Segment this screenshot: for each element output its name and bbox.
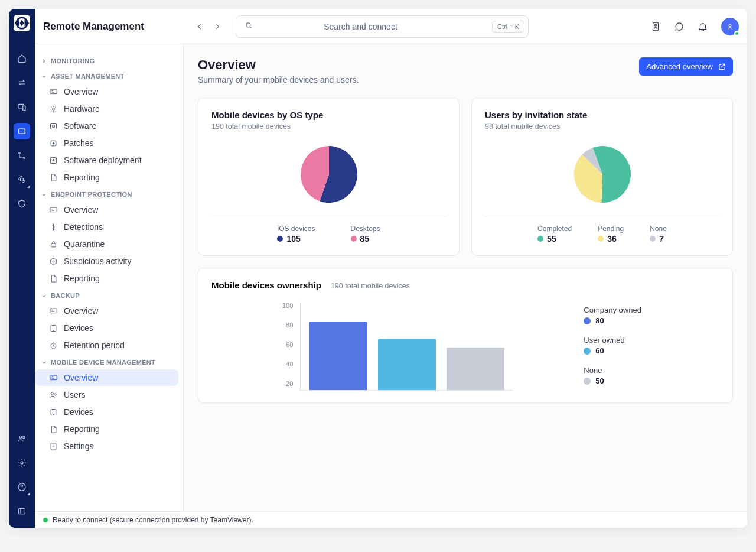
card-os-type: Mobile devices by OS type 190 total mobi… [198,98,460,256]
rail-transfer[interactable] [14,74,30,91]
svg-point-17 [53,108,55,110]
svg-point-7 [19,436,22,438]
topbar: Remote Management Search and connect Ctr… [35,9,747,44]
nav-overview[interactable]: Overview [35,303,178,319]
svg-rect-13 [653,22,659,31]
nav-reporting[interactable]: Reporting [35,421,178,437]
bar [378,339,436,390]
legend-item: Pending36 [598,225,624,243]
nav-icon [49,240,58,249]
svg-rect-11 [19,508,25,514]
nav-reporting[interactable]: Reporting [35,169,178,186]
group-asset-management[interactable]: ASSET MANAGEMENT [35,68,178,83]
chat-icon[interactable] [674,21,685,32]
bell-icon[interactable] [698,21,708,32]
nav-icon [49,307,58,316]
avatar[interactable] [721,18,739,35]
presence-dot [734,31,739,36]
svg-rect-21 [50,207,57,212]
group-monitoring[interactable]: MONITORING [35,53,178,68]
nav-software[interactable]: Software [35,118,178,134]
svg-point-5 [24,157,25,159]
legend-item: None7 [650,225,667,243]
nav-icon [49,374,58,382]
legend-item: Desktops85 [351,225,380,243]
nav-icon [49,442,58,451]
nav-back[interactable] [191,18,208,35]
bar [309,322,367,390]
rail-remote-mgmt[interactable] [14,123,30,139]
chevron-icon [41,73,47,80]
nav-overview[interactable]: Overview [35,369,178,386]
rail-help[interactable] [14,479,30,495]
bar-chart-ownership [300,302,513,391]
svg-rect-3 [19,129,25,134]
nav-icon [49,105,58,113]
nav-users[interactable]: Users [35,387,178,403]
status-bar: Ready to connect (secure connection prov… [35,511,747,528]
advanced-overview-button[interactable]: Advanced overview [639,57,733,76]
nav-icon [49,87,58,96]
svg-point-32 [53,446,54,447]
svg-point-8 [23,436,25,438]
nav-devices[interactable]: Devices [35,404,178,420]
rail-workflow[interactable] [14,147,30,164]
group-endpoint-protection[interactable]: ENDPOINT PROTECTION [35,186,178,202]
bar-yaxis: 10080604020 [282,302,293,388]
card-invite-state: Users by invitation state 98 total mobil… [471,98,733,256]
legend-item: Completed55 [537,225,572,243]
bar-legend-item: Company owned80 [584,306,641,325]
legend-item: iOS devices105 [277,225,315,243]
search-kbd: Ctrl + K [492,21,524,33]
nav-overview[interactable]: Overview [35,202,178,218]
svg-point-6 [20,178,23,181]
nav-retention-period[interactable]: Retention period [35,337,178,353]
nav-hardware[interactable]: Hardware [35,100,178,117]
nav-icon [49,408,58,417]
page-subtitle: Summary of your mobile devices and users… [198,75,359,85]
card-ownership: Mobile devices ownership 190 total mobil… [198,268,733,403]
bar-legend-item: User owned60 [584,336,641,355]
chevron-icon [41,293,47,299]
nav-icon [49,223,58,232]
brand-logo [14,15,30,31]
nav-devices[interactable]: Devices [35,320,178,336]
group-backup[interactable]: BACKUP [35,287,178,303]
nav-patches[interactable]: Patches [35,135,178,151]
svg-rect-24 [50,309,57,313]
nav-icon [49,324,58,333]
nav-icon [49,257,58,266]
pie-chart-os [294,139,364,210]
search-input[interactable]: Search and connect Ctrl + K [236,15,529,38]
rail-home[interactable] [14,50,30,67]
nav-reporting[interactable]: Reporting [35,270,178,287]
rail-users[interactable] [14,430,30,447]
nav-software-deployment[interactable]: Software deployment [35,152,178,168]
chevron-icon [41,191,47,198]
svg-point-23 [53,261,54,262]
nav-icon [49,206,58,215]
nav-quarantine[interactable]: Quarantine [35,236,178,252]
search-placeholder: Search and connect [234,22,487,31]
nav-icon [49,156,58,165]
group-mobile-device-management[interactable]: MOBILE DEVICE MANAGEMENT [35,354,178,369]
rail-support[interactable] [14,171,30,188]
nav-icon [49,391,58,400]
rail-devices[interactable] [14,99,30,115]
nav-icon [49,341,58,350]
rail-security[interactable] [14,196,30,212]
nav-overview[interactable]: Overview [35,83,178,100]
nav-detections[interactable]: Detections [35,219,178,235]
nav-forward[interactable] [208,18,226,35]
nav-icon [49,122,58,131]
nav-settings[interactable]: Settings [35,438,178,454]
rail-settings[interactable] [14,454,30,471]
svg-point-9 [21,462,23,464]
contacts-icon[interactable] [650,21,661,32]
nav-suspicious-activity[interactable]: Suspicious activity [35,253,178,269]
external-link-icon [718,63,726,71]
svg-rect-22 [51,243,56,247]
bar-legend-item: None50 [584,366,641,385]
rail-collapse[interactable] [14,503,30,519]
svg-rect-16 [50,89,57,94]
